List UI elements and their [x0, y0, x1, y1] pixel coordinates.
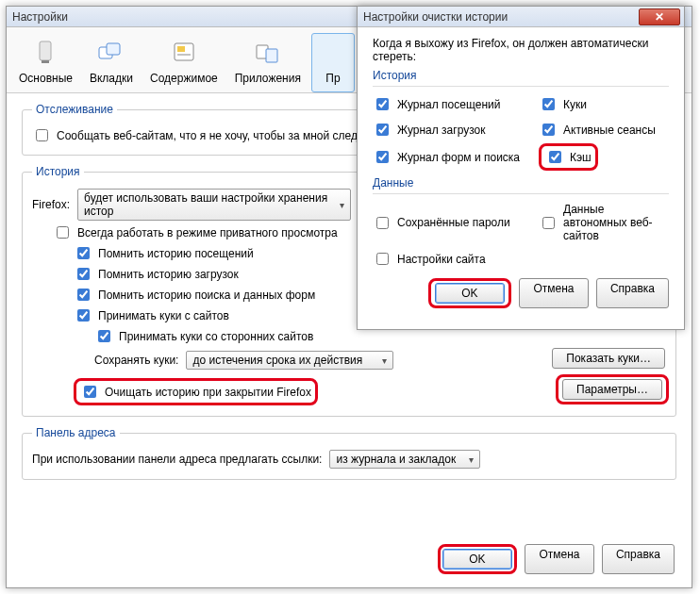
- svg-rect-8: [266, 49, 277, 62]
- tracking-legend: Отслеживание: [32, 103, 117, 116]
- always-private-label: Всегда работать в режиме приватного прос…: [77, 226, 338, 239]
- dialog-ok-highlight: OK: [428, 278, 511, 308]
- dnt-checkbox[interactable]: [36, 129, 48, 141]
- clear-history-dialog: Настройки очистки истории ✕ Когда я выхо…: [357, 6, 685, 330]
- suggest-value: из журнала и закладок: [336, 453, 456, 466]
- suggest-label: При использовании панели адреса предлага…: [32, 453, 322, 466]
- always-private-checkbox[interactable]: [57, 226, 69, 239]
- accept-cookies-checkbox[interactable]: [77, 309, 90, 322]
- addressbar-group: Панель адреса При использовании панели а…: [22, 426, 676, 480]
- browsing-log-checkbox[interactable]: [376, 98, 389, 110]
- clear-settings-button[interactable]: Параметры…: [562, 379, 662, 400]
- dialog-body: Когда я выхожу из Firefox, он должен авт…: [358, 27, 684, 329]
- applications-icon: [253, 38, 283, 68]
- remember-browsing-checkbox[interactable]: [77, 247, 90, 259]
- history-mode-value: будет использовать ваши настройки хранен…: [84, 191, 329, 218]
- svg-rect-3: [107, 43, 120, 55]
- dialog-ok-button[interactable]: OK: [435, 283, 505, 304]
- svg-rect-5: [177, 46, 185, 52]
- form-log-checkbox[interactable]: [376, 151, 389, 163]
- offline-data-checkbox[interactable]: [542, 217, 555, 229]
- form-log-label: Журнал форм и поиска: [397, 151, 520, 164]
- tab-privacy[interactable]: Пр: [311, 33, 355, 92]
- main-button-row: OK Отмена Справка: [438, 544, 675, 574]
- main-ok-button[interactable]: OK: [442, 549, 512, 569]
- remember-downloads-label: Помнить историю загрузок: [98, 268, 239, 281]
- active-sessions-label: Активные сеансы: [563, 124, 656, 137]
- tab-applications[interactable]: Приложения: [228, 33, 308, 92]
- site-settings-checkbox[interactable]: [376, 253, 389, 265]
- show-cookies-button[interactable]: Показать куки…: [552, 348, 665, 369]
- active-sessions-row[interactable]: Активные сеансы: [539, 121, 669, 139]
- main-title: Настройки: [12, 10, 68, 24]
- tab-privacy-label: Пр: [325, 72, 340, 85]
- remember-forms-checkbox[interactable]: [77, 289, 90, 301]
- remember-browsing-label: Помнить историю посещений: [98, 247, 254, 260]
- tab-content[interactable]: Содержимое: [143, 33, 225, 92]
- clear-on-close-label: Очищать историю при закрытии Firefox: [105, 386, 311, 399]
- dialog-button-row: OK Отмена Справка: [373, 278, 669, 308]
- keep-cookies-value: до истечения срока их действия: [192, 354, 362, 367]
- close-icon[interactable]: ✕: [639, 8, 680, 25]
- cache-label: Кэш: [570, 151, 592, 164]
- saved-passwords-row[interactable]: Сохранённые пароли: [373, 203, 533, 242]
- history-legend: История: [32, 165, 84, 178]
- svg-rect-0: [40, 41, 51, 60]
- cache-highlight: Кэш: [539, 143, 598, 171]
- cookies-row[interactable]: Куки: [539, 95, 669, 113]
- dialog-data-section: Данные: [373, 176, 669, 190]
- dialog-title: Настройки очистки истории: [363, 10, 508, 24]
- accept-thirdparty-label: Принимать куки со сторонних сайтов: [119, 330, 313, 343]
- browsing-log-label: Журнал посещений: [397, 98, 500, 111]
- clear-on-close-checkbox[interactable]: [84, 386, 96, 398]
- dialog-intro: Когда я выхожу из Firefox, он должен авт…: [373, 37, 669, 63]
- privacy-icon: [318, 38, 348, 68]
- cache-checkbox[interactable]: [549, 151, 561, 163]
- tabs-icon: [96, 38, 126, 68]
- dnt-label: Сообщать веб-сайтам, что я не хочу, чтоб…: [57, 129, 358, 142]
- dialog-cancel-button[interactable]: Отмена: [519, 278, 589, 308]
- history-mode-dropdown[interactable]: будет использовать ваши настройки хранен…: [77, 189, 351, 221]
- download-log-label: Журнал загрузок: [397, 124, 486, 137]
- remember-downloads-checkbox[interactable]: [77, 268, 90, 280]
- keep-cookies-dropdown[interactable]: до истечения срока их действия: [186, 351, 393, 370]
- tab-content-label: Содержимое: [150, 72, 218, 85]
- tab-general-label: Основные: [19, 72, 73, 85]
- clear-on-close-row[interactable]: Очищать историю при закрытии Firefox: [80, 383, 311, 401]
- accept-cookies-label: Принимать куки с сайтов: [98, 309, 229, 322]
- accept-thirdparty-checkbox[interactable]: [98, 330, 110, 342]
- form-log-row[interactable]: Журнал форм и поиска: [373, 146, 533, 168]
- main-cancel-button[interactable]: Отмена: [525, 544, 594, 574]
- cache-row[interactable]: Кэш: [545, 148, 592, 166]
- browsing-log-row[interactable]: Журнал посещений: [373, 95, 533, 113]
- dialog-help-button[interactable]: Справка: [596, 278, 669, 308]
- settings-button-highlight: Параметры…: [556, 374, 669, 404]
- offline-data-row[interactable]: Данные автономных веб-сайтов: [539, 203, 669, 242]
- cookies-label: Куки: [563, 98, 587, 111]
- saved-passwords-checkbox[interactable]: [376, 217, 389, 229]
- svg-rect-1: [42, 60, 49, 63]
- tab-tabs-label: Вкладки: [90, 72, 133, 85]
- tab-general[interactable]: Основные: [12, 33, 79, 92]
- suggest-dropdown[interactable]: из журнала и закладок: [329, 450, 480, 469]
- general-icon: [30, 38, 60, 68]
- cookies-checkbox[interactable]: [542, 98, 555, 110]
- clear-on-close-highlight: Очищать историю при закрытии Firefox: [74, 378, 318, 405]
- dialog-titlebar[interactable]: Настройки очистки истории ✕: [358, 7, 684, 27]
- tab-applications-label: Приложения: [235, 72, 301, 85]
- addressbar-legend: Панель адреса: [32, 426, 120, 439]
- remember-forms-label: Помнить историю поиска и данных форм: [98, 289, 315, 302]
- site-settings-row[interactable]: Настройки сайта: [373, 250, 533, 268]
- main-help-button[interactable]: Справка: [602, 544, 675, 574]
- download-log-row[interactable]: Журнал загрузок: [373, 121, 533, 139]
- active-sessions-checkbox[interactable]: [542, 124, 555, 136]
- download-log-checkbox[interactable]: [376, 124, 389, 136]
- content-icon: [169, 38, 199, 68]
- site-settings-label: Настройки сайта: [397, 253, 486, 266]
- offline-data-label: Данные автономных веб-сайтов: [563, 203, 669, 242]
- keep-cookies-label: Сохранять куки:: [94, 354, 178, 367]
- saved-passwords-label: Сохранённые пароли: [397, 216, 510, 229]
- dialog-history-section: История: [373, 69, 669, 82]
- tab-tabs[interactable]: Вкладки: [83, 33, 140, 92]
- main-ok-highlight: OK: [438, 544, 517, 574]
